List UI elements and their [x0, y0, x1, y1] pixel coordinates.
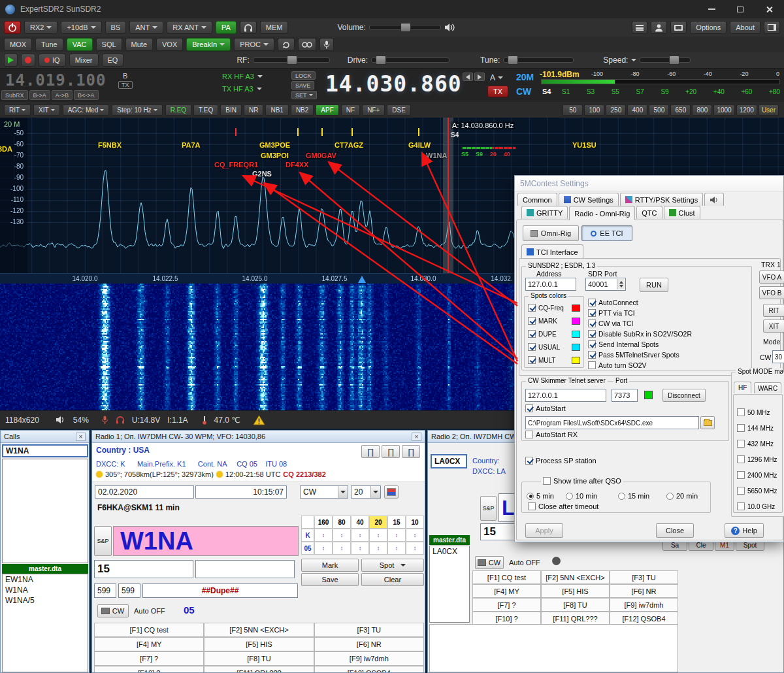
calls-list-item[interactable]: W1NA [3, 585, 88, 595]
preamp-select[interactable]: +10dB [61, 21, 101, 34]
color-swatch[interactable] [572, 304, 580, 312]
iq-record-button[interactable]: IQ [39, 54, 66, 67]
dsp-req-button[interactable]: R.EQ [165, 105, 191, 116]
set-button[interactable]: SET [291, 91, 317, 99]
band-144-mhz[interactable]: 144 MHz [737, 424, 774, 432]
spot-gm3poi[interactable]: GM3POI [261, 152, 289, 159]
time-option-20-min[interactable]: 20 min [666, 492, 698, 500]
spot-color-dupe[interactable]: DUPE [528, 330, 580, 338]
checkbox-icon[interactable] [525, 457, 533, 465]
tx-loop-button[interactable] [278, 38, 295, 51]
band-2400-mhz[interactable]: 2400 MHz [737, 471, 777, 479]
tab-radio-omni-rig[interactable]: Radio - Omni-Rig [569, 206, 635, 220]
dialog-titlebar[interactable]: 5MContest Settings [515, 176, 783, 191]
radio2-fkey-f5[interactable]: [F5] HIS [541, 584, 610, 598]
close-after-timeout-checkbox[interactable]: Close after timeout [528, 502, 598, 510]
radio1-fkey-f2[interactable]: [F2] 5NN <EXCH> [204, 623, 314, 637]
checkbox-icon[interactable] [528, 330, 536, 338]
option-autoconnect[interactable]: AutoConnect [588, 299, 638, 306]
filter-1200-button[interactable]: 1200 [736, 105, 757, 116]
xit-button[interactable]: XIT [33, 105, 60, 116]
volume-knob[interactable] [400, 23, 411, 32]
time-field[interactable]: 10:15:07 [195, 485, 287, 499]
tab-gritty[interactable]: GRITTY [521, 206, 568, 219]
speed-knob[interactable] [669, 56, 679, 65]
calls-list-item[interactable]: EW1NA [3, 574, 88, 585]
radio1-fkey-f11[interactable]: [F11] QRL??? [204, 666, 314, 673]
ee-tci-button[interactable]: EE TCI [581, 225, 632, 241]
spot-g2ns[interactable]: G2NS [252, 170, 272, 178]
mic-setup-button[interactable] [319, 38, 334, 51]
spot-df4xx[interactable]: DF4XX [286, 161, 308, 169]
spinner-icon[interactable] [617, 279, 625, 289]
mixer-button[interactable]: Mixer [69, 54, 99, 67]
radio2-fkey-f9[interactable]: [F9] iw7dmh [610, 598, 678, 612]
mute-button[interactable]: Mute [125, 38, 153, 51]
vfo-b-button[interactable]: VFO B [759, 286, 784, 299]
band-indicator[interactable]: 20M [516, 72, 534, 82]
trx-rit-button[interactable]: RIT [763, 304, 784, 317]
maximize-button[interactable] [730, 3, 750, 16]
radio2-fkey-f11[interactable]: [F11] QRL??? [541, 612, 610, 625]
device-button[interactable] [670, 21, 687, 34]
dsp-bin-button[interactable]: BIN [220, 105, 242, 116]
sub-ba-button[interactable]: B<->A [74, 90, 99, 100]
checkbox-icon[interactable] [528, 356, 536, 364]
rcvd-exchange-field[interactable] [195, 560, 295, 578]
pa-button[interactable]: PA [216, 21, 237, 34]
clear-button[interactable]: Clear [361, 573, 424, 586]
spot-w1na[interactable]: W1NA [426, 152, 447, 159]
skimmer-address-input[interactable]: 127.0.0.1 [525, 389, 606, 402]
bandmap-cell[interactable]: ↕ [314, 542, 333, 555]
checkbox-icon[interactable] [737, 424, 745, 432]
tab-hf[interactable]: HF [734, 382, 751, 393]
checkbox-icon[interactable] [588, 299, 596, 306]
spot-color-mult[interactable]: MULT [528, 356, 580, 364]
tab-common[interactable]: Common [517, 193, 557, 206]
volume-slider[interactable] [369, 25, 441, 30]
cw-value-input[interactable]: 30 [772, 350, 784, 363]
checkbox-icon[interactable] [588, 309, 596, 317]
dual-rx-button[interactable] [298, 38, 316, 51]
radio2-calls-list[interactable]: LA0CX [429, 546, 470, 623]
radio1-fkey-f10[interactable]: [F10] ? [94, 666, 204, 673]
dsp-nb1-button[interactable]: NB1 [265, 105, 288, 116]
checkbox-icon[interactable] [528, 343, 536, 351]
radio2-fkey-f8[interactable]: [F8] TU [541, 598, 610, 612]
tab-tci-interface[interactable]: TCI Interface [521, 244, 583, 259]
autostart-rx-checkbox[interactable]: AutoStart RX [525, 431, 578, 438]
time-option-15-min[interactable]: 15 min [618, 492, 649, 500]
checkbox-icon[interactable] [588, 351, 596, 359]
freq-left-button[interactable] [463, 73, 473, 81]
band-1296-mhz[interactable]: 1296 MHz [737, 455, 777, 463]
filter-250-button[interactable]: 250 [606, 105, 626, 116]
tab-qtc[interactable]: QTC [636, 206, 662, 219]
tune-button[interactable]: Tune [35, 38, 63, 51]
headphones-icon[interactable] [116, 416, 125, 424]
radio2-fkey-f7[interactable]: [F7] ? [472, 598, 541, 612]
filter-user-button[interactable]: User [759, 105, 779, 116]
bandmap-cell[interactable]: ↕ [387, 529, 406, 542]
checkbox-icon[interactable] [737, 440, 745, 448]
radio2-fkey-f2[interactable]: [F2] 5NN <EXCH> [541, 570, 610, 584]
date-field[interactable]: 02.02.2020 [95, 485, 194, 499]
menu-button[interactable] [632, 21, 647, 34]
radio1-fkey-f3[interactable]: [F3] TU [314, 623, 424, 637]
radio2-fkey-f12[interactable]: [F12] QSOB4 [610, 612, 678, 625]
panel-toggle-button[interactable] [764, 21, 780, 34]
bandmap-cell[interactable]: ↕ [369, 529, 387, 542]
minimize-button[interactable] [702, 3, 721, 16]
bandmap-cell[interactable]: ↕ [333, 542, 351, 555]
bandmap-cell[interactable]: ↕ [406, 529, 424, 542]
radio2-fkey-f6[interactable]: [F6] NR [610, 584, 678, 598]
radio1-fkey-f9[interactable]: [F9] iw7dmh [314, 651, 424, 666]
radio-icon[interactable] [566, 493, 573, 500]
dsp-nf-button[interactable]: NF+ [362, 105, 385, 116]
lock-button[interactable]: LOCK [291, 71, 316, 80]
band-432-mhz[interactable]: 432 MHz [737, 440, 774, 448]
sp-button[interactable]: S&P [480, 496, 497, 521]
vac-button[interactable]: VAC [67, 38, 93, 51]
spot-color-cq-freq[interactable]: CQ-Freq [528, 304, 580, 312]
close-icon[interactable]: × [76, 433, 86, 441]
spot-button[interactable]: Spot [361, 559, 424, 572]
